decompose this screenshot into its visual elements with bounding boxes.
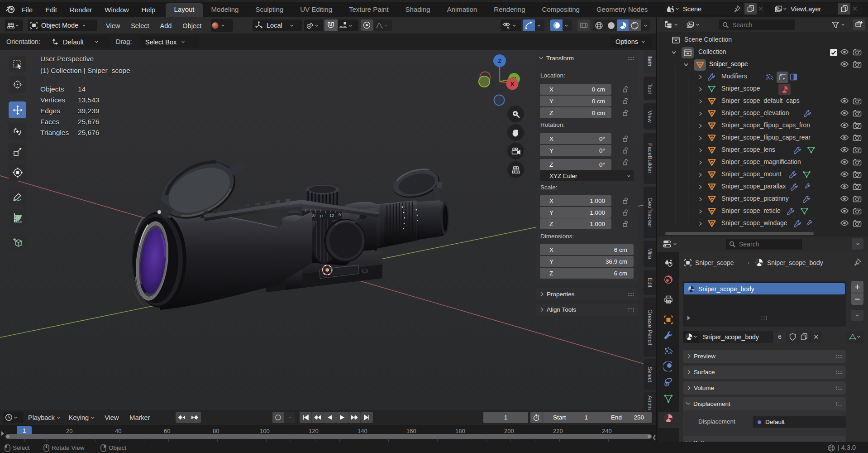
svg-text:9: 9	[339, 212, 341, 217]
svg-text:Z: Z	[498, 58, 501, 64]
svg-text:X: X	[510, 81, 514, 87]
svg-text:12: 12	[329, 213, 334, 218]
